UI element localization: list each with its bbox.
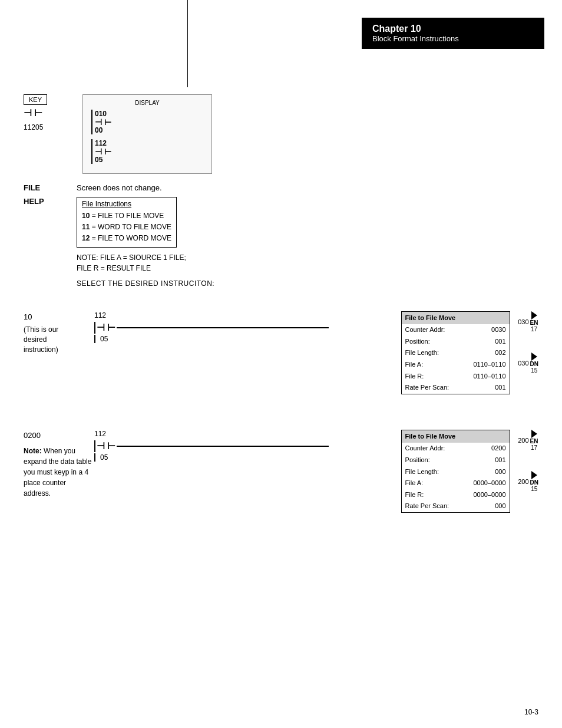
help-num2: 11 xyxy=(82,223,90,231)
help-num3: 12 xyxy=(82,234,90,242)
diag1-row-2: File Length:002 xyxy=(402,347,510,359)
diag2-row-3: File A:0000–0000 xyxy=(402,477,510,489)
diag2-contact-close: ⊢ xyxy=(107,440,115,452)
display-top-subnum: 00 xyxy=(95,126,203,134)
diag1-ind2-num: 030 xyxy=(513,360,529,367)
key-symbol: ⊣ ⊢ xyxy=(24,107,77,118)
diag2-ind2-chevron-area: DN 15 xyxy=(530,471,538,492)
diag2-ind1: 200 EN 17 xyxy=(513,430,538,451)
key-display-section: KEY ⊣ ⊢ 11205 DISPLAY 010 ⊣ ⊢ 00 112 ⊣ xyxy=(24,94,538,174)
diag2-row-5: Rate Per Scan:000 xyxy=(402,500,510,512)
diag2-chevron-right2 xyxy=(531,471,537,479)
diag1-step-num: 05 xyxy=(100,335,401,343)
diag1-info-area: File to File Move Counter Addr:0030 Posi… xyxy=(401,311,538,394)
display-top-row: ⊣ ⊢ xyxy=(95,118,203,126)
diag2-info-title: File to File Move xyxy=(402,430,510,443)
diag1-left: 10 (This is ourdesiredinstruction) xyxy=(24,311,94,355)
diag1-ind1-num: 030 xyxy=(513,318,529,325)
diag1-indicators: 030 EN 17 030 DN 15 xyxy=(513,311,538,374)
diag1-middle: 112 ⊣ ⊢ 05 xyxy=(94,311,401,358)
help-line1: 10 = FILE TO FILE MOVE xyxy=(82,210,171,222)
diag1-contact-open: ⊣ xyxy=(97,322,105,333)
diag2-num: 0200 xyxy=(24,430,94,442)
main-content: KEY ⊣ ⊢ 11205 DISPLAY 010 ⊣ ⊢ 00 112 ⊣ xyxy=(0,0,562,531)
display-box: DISPLAY 010 ⊣ ⊢ 00 112 ⊣ ⊢ 05 xyxy=(82,94,212,174)
display-label: DISPLAY xyxy=(91,100,203,106)
diag2-ind2-label: DN xyxy=(530,479,538,486)
bracket-close-sym2: ⊣ xyxy=(95,147,102,156)
diag2-row-1: Position:001 xyxy=(402,454,510,466)
help-box: File Instructions 10 = FILE TO FILE MOVE… xyxy=(77,197,177,248)
help-line2: 11 = WORD TO FILE MOVE xyxy=(82,222,171,233)
help-content: File Instructions 10 = FILE TO FILE MOVE… xyxy=(77,197,538,288)
diag1-ind1-chevron-area: EN 17 xyxy=(530,311,538,332)
bracket-open-sym2: ⊢ xyxy=(104,147,111,156)
diag2-middle: 112 ⊣ ⊢ 05 xyxy=(94,430,401,477)
diag1-ind1-label: EN xyxy=(530,319,538,326)
diag2-ind1-sub: 17 xyxy=(531,444,537,451)
diag2-ind1-label: EN xyxy=(530,438,538,444)
display-top-block: 010 ⊣ ⊢ 00 xyxy=(91,110,203,134)
diag1-rail: ⊣ ⊢ xyxy=(94,322,401,334)
diag1-spacer xyxy=(513,335,538,353)
diag2-row-2: File Length:000 xyxy=(402,466,510,478)
diag2-note-bold: Note: xyxy=(24,447,42,455)
bracket-open-sym: ⊢ xyxy=(104,118,111,126)
key-id: 11205 xyxy=(24,123,77,131)
diag2-ladder-num: 112 xyxy=(94,430,401,438)
help-text3: = FILE TO WORD MOVE xyxy=(90,234,171,242)
diag1-row-5: Rate Per Scan:001 xyxy=(402,382,510,394)
diag2-rail-line xyxy=(117,446,329,447)
diag1-ind2-sub: 15 xyxy=(531,367,537,374)
diag2-ind2: 200 DN 15 xyxy=(513,471,538,492)
diag2-step-num: 05 xyxy=(100,453,401,462)
file-label: FILE xyxy=(24,183,77,192)
diag2-ind2-num: 200 xyxy=(513,478,529,485)
diag2-info-box: File to File Move Counter Addr:0200 Posi… xyxy=(401,430,510,513)
diag1-ind2-chevron-area: DN 15 xyxy=(530,353,538,374)
diag1-desc: (This is ourdesiredinstruction) xyxy=(24,325,94,354)
diag1-rail-line xyxy=(117,327,329,328)
diag2-row-4: File R:0000–0000 xyxy=(402,489,510,501)
help-num1: 10 xyxy=(82,212,90,220)
file-section: FILE Screen does not change. xyxy=(24,183,538,192)
help-text2: = WORD TO FILE MOVE xyxy=(90,223,171,231)
diag2-info-area: File to File Move Counter Addr:0200 Posi… xyxy=(401,430,538,513)
diag1-info-box: File to File Move Counter Addr:0030 Posi… xyxy=(401,311,510,394)
key-label-area: KEY ⊣ ⊢ 11205 xyxy=(24,94,77,131)
help-title: File Instructions xyxy=(82,200,171,208)
help-label: HELP xyxy=(24,197,77,206)
diag1-ind1: 030 EN 17 xyxy=(513,311,538,332)
diag2-note: Note: When you expand the data table you… xyxy=(24,446,94,499)
display-bot-subnum: 05 xyxy=(95,156,203,164)
select-text: SELECT THE DESIRED INSTRUCITON: xyxy=(77,279,538,288)
diagram2-section: 0200 Note: When you expand the data tabl… xyxy=(24,430,538,513)
diag1-contact-close: ⊢ xyxy=(107,322,115,333)
diag1-chevron-right2 xyxy=(531,353,537,361)
diag1-ind2: 030 DN 15 xyxy=(513,353,538,374)
diag1-ind2-label: DN xyxy=(530,361,538,367)
file-content: Screen does not change. xyxy=(77,183,538,192)
diag2-left: 0200 Note: When you expand the data tabl… xyxy=(24,430,94,499)
diag2-ind1-chevron-area: EN 17 xyxy=(530,430,538,451)
diag1-chevron-right1 xyxy=(531,311,537,319)
diagram1-section: 10 (This is ourdesiredinstruction) 112 ⊣… xyxy=(24,311,538,394)
diag1-vbar-left xyxy=(94,322,95,334)
diag2-indicators: 200 EN 17 200 DN 15 xyxy=(513,430,538,492)
display-bot-block: 112 ⊣ ⊢ 05 xyxy=(91,139,203,164)
key-box: KEY xyxy=(24,94,47,105)
display-top-num: 010 xyxy=(95,110,203,118)
diag1-step: 05 xyxy=(94,335,401,343)
diag1-ind1-sub: 17 xyxy=(531,326,537,332)
diag1-ladder-num: 112 xyxy=(94,311,401,319)
diag2-chevron-right1 xyxy=(531,430,537,438)
diag2-vbar-left xyxy=(94,440,95,452)
diag2-ind2-sub: 15 xyxy=(531,486,537,492)
display-bot-row: ⊣ ⊢ xyxy=(95,147,203,156)
diag1-info-title: File to File Move xyxy=(402,312,510,325)
help-line3: 12 = FILE TO WORD MOVE xyxy=(82,233,171,244)
diag2-spacer xyxy=(513,453,538,471)
diag1-row-0: Counter Addr:0030 xyxy=(402,324,510,336)
diag1-row-3: File A:0110–0110 xyxy=(402,359,510,371)
help-text1: = FILE TO FILE MOVE xyxy=(90,212,164,220)
